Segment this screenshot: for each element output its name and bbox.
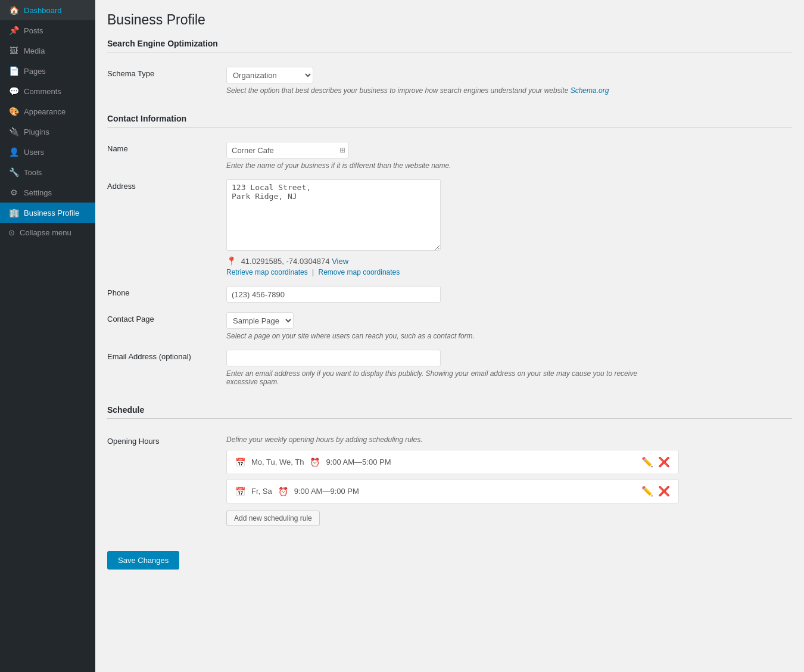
schedule-rule-actions-1: ✏️ ❌ xyxy=(641,486,670,497)
contact-page-label: Contact Page xyxy=(107,315,154,323)
collapse-label: Collapse menu xyxy=(20,228,71,237)
seo-section-title: Search Engine Optimization xyxy=(107,39,792,52)
contact-section-title: Contact Information xyxy=(107,114,792,127)
schema-description: Select the option that best describes yo… xyxy=(226,86,643,95)
address-textarea[interactable] xyxy=(226,179,441,251)
rule-days-0: Mo, Tu, We, Th xyxy=(251,458,304,466)
opening-hours-label: Opening Hours xyxy=(107,437,159,446)
name-row: Name ⊞ Enter the name of your business i… xyxy=(107,137,792,175)
posts-icon: 📌 xyxy=(8,26,19,35)
sidebar-item-label: Appearance xyxy=(24,107,66,116)
sidebar-item-label: Media xyxy=(24,46,45,55)
pages-icon: 📄 xyxy=(8,66,19,76)
sidebar-item-plugins[interactable]: 🔌 Plugins xyxy=(0,122,95,142)
expand-icon: ⊞ xyxy=(339,146,345,154)
collapse-menu[interactable]: ⊙ Collapse menu xyxy=(0,223,95,242)
delete-rule-button-0[interactable]: ❌ xyxy=(658,456,670,468)
sidebar-item-label: Plugins xyxy=(24,127,49,136)
save-changes-button[interactable]: Save Changes xyxy=(107,551,179,570)
name-input-wrap: ⊞ xyxy=(226,142,349,158)
calendar-icon-1: 📅 xyxy=(235,487,245,496)
schema-type-label: Schema Type xyxy=(107,69,154,78)
sidebar-item-label: Comments xyxy=(24,87,61,96)
sidebar-item-comments[interactable]: 💬 Comments xyxy=(0,81,95,101)
comments-icon: 💬 xyxy=(8,86,19,96)
dashboard-icon: 🏠 xyxy=(8,5,19,15)
calendar-icon-0: 📅 xyxy=(235,458,245,467)
schedule-rule-left-1: 📅 Fr, Sa ⏰ 9:00 AM—9:00 PM xyxy=(235,487,359,496)
name-input[interactable] xyxy=(226,142,349,158)
sidebar-item-appearance[interactable]: 🎨 Appearance xyxy=(0,101,95,122)
contact-page-row: Contact Page Sample Page Contact About S… xyxy=(107,307,792,345)
phone-row: Phone xyxy=(107,281,792,307)
appearance-icon: 🎨 xyxy=(8,107,19,116)
rule-time-1: 9:00 AM—9:00 PM xyxy=(294,487,359,496)
sidebar: 🏠 Dashboard 📌 Posts 🖼 Media 📄 Pages 💬 Co… xyxy=(0,0,95,672)
contact-page-description: Select a page on your site where users c… xyxy=(226,332,643,340)
plugins-icon: 🔌 xyxy=(8,127,19,136)
clock-icon-0: ⏰ xyxy=(310,458,320,467)
schema-org-link[interactable]: Schema.org xyxy=(571,86,609,95)
schedule-section-title: Schedule xyxy=(107,405,792,419)
clock-icon-1: ⏰ xyxy=(278,487,288,496)
settings-icon: ⚙ xyxy=(8,188,19,197)
email-input[interactable] xyxy=(226,350,441,366)
seo-section: Search Engine Optimization Schema Type O… xyxy=(107,39,792,99)
sidebar-item-posts[interactable]: 📌 Posts xyxy=(0,20,95,41)
schedule-rule-1: 📅 Fr, Sa ⏰ 9:00 AM—9:00 PM ✏️ ❌ xyxy=(226,479,679,503)
sidebar-item-label: Dashboard xyxy=(24,6,62,15)
rule-time-0: 9:00 AM—5:00 PM xyxy=(326,458,391,466)
schedule-rule-left-0: 📅 Mo, Tu, We, Th ⏰ 9:00 AM—5:00 PM xyxy=(235,458,391,467)
map-coords: 📍 41.0291585, -74.0304874 View xyxy=(226,256,792,266)
sidebar-item-pages[interactable]: 📄 Pages xyxy=(0,61,95,81)
view-map-link[interactable]: View xyxy=(332,257,348,266)
users-icon: 👤 xyxy=(8,147,19,157)
media-icon: 🖼 xyxy=(8,46,19,55)
map-links: Retrieve map coordinates | Remove map co… xyxy=(226,268,792,276)
edit-rule-button-1[interactable]: ✏️ xyxy=(641,486,653,497)
sidebar-item-label: Settings xyxy=(24,188,52,197)
name-label: Name xyxy=(107,144,128,153)
email-description: Enter an email address only if you want … xyxy=(226,369,643,386)
contact-page-select[interactable]: Sample Page Contact About xyxy=(226,312,294,329)
schedule-section: Schedule Opening Hours Define your weekl… xyxy=(107,405,792,531)
sidebar-item-label: Posts xyxy=(24,26,43,35)
schema-type-select[interactable]: Organization LocalBusiness Store FoodEst… xyxy=(226,67,313,83)
contact-section: Contact Information Name ⊞ Enter the nam… xyxy=(107,114,792,391)
sidebar-item-dashboard[interactable]: 🏠 Dashboard xyxy=(0,0,95,20)
sidebar-item-label: Tools xyxy=(24,168,42,177)
address-row: Address 📍 41.0291585, -74.0304874 View R… xyxy=(107,175,792,281)
contact-form-table: Name ⊞ Enter the name of your business i… xyxy=(107,137,792,391)
phone-label: Phone xyxy=(107,288,130,297)
sidebar-item-label: Business Profile xyxy=(24,209,79,217)
address-label: Address xyxy=(107,182,136,191)
add-rule-button[interactable]: Add new scheduling rule xyxy=(226,511,320,526)
schedule-form-table: Opening Hours Define your weekly opening… xyxy=(107,428,792,531)
pipe-separator: | xyxy=(312,268,316,276)
name-description: Enter the name of your business if it is… xyxy=(226,161,643,170)
sidebar-item-business-profile[interactable]: 🏢 Business Profile xyxy=(0,203,95,223)
schedule-rule-actions-0: ✏️ ❌ xyxy=(641,456,670,468)
collapse-icon: ⊙ xyxy=(8,228,15,237)
remove-coords-link[interactable]: Remove map coordinates xyxy=(319,268,400,276)
business-profile-icon: 🏢 xyxy=(8,208,19,217)
sidebar-item-media[interactable]: 🖼 Media xyxy=(0,41,95,61)
retrieve-coords-link[interactable]: Retrieve map coordinates xyxy=(226,268,308,276)
delete-rule-button-1[interactable]: ❌ xyxy=(658,486,670,497)
schedule-rule-0: 📅 Mo, Tu, We, Th ⏰ 9:00 AM—5:00 PM ✏️ ❌ xyxy=(226,450,679,474)
sidebar-item-settings[interactable]: ⚙ Settings xyxy=(0,182,95,203)
sidebar-item-tools[interactable]: 🔧 Tools xyxy=(0,162,95,182)
page-title: Business Profile xyxy=(107,12,792,28)
coords-text: 41.0291585, -74.0304874 xyxy=(241,257,330,266)
edit-rule-button-0[interactable]: ✏️ xyxy=(641,456,653,468)
sidebar-item-users[interactable]: 👤 Users xyxy=(0,142,95,162)
seo-form-table: Schema Type Organization LocalBusiness S… xyxy=(107,62,792,99)
email-row: Email Address (optional) Enter an email … xyxy=(107,345,792,391)
phone-input[interactable] xyxy=(226,286,441,303)
opening-hours-description: Define your weekly opening hours by addi… xyxy=(226,435,643,444)
contact-page-select-wrap: Sample Page Contact About xyxy=(226,312,792,329)
rule-days-1: Fr, Sa xyxy=(251,487,272,496)
sidebar-item-label: Users xyxy=(24,148,44,157)
tools-icon: 🔧 xyxy=(8,167,19,177)
sidebar-item-label: Pages xyxy=(24,67,46,76)
